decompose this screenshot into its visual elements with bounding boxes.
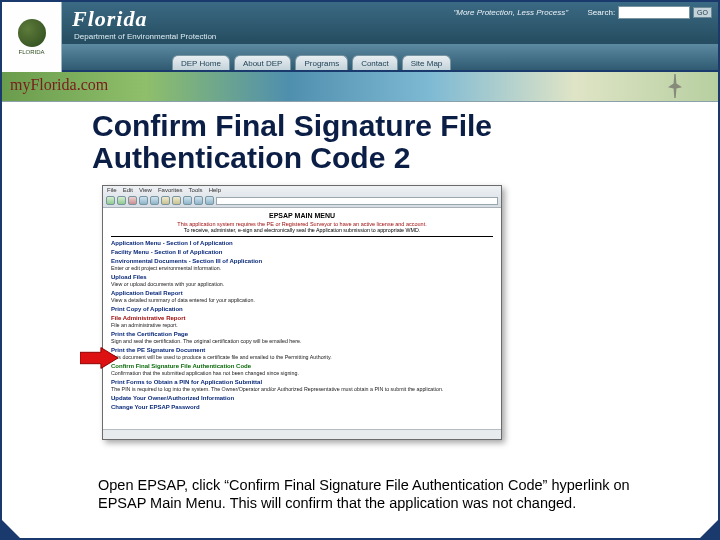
browser-toolbar — [103, 195, 501, 207]
epsap-link-desc: Sign and seal the certification. The ori… — [111, 338, 493, 344]
search-area: Search: GO — [588, 6, 712, 19]
menu-item[interactable]: File — [107, 187, 117, 194]
home-icon[interactable] — [150, 196, 159, 205]
epsap-link-desc: Enter or edit project environmental info… — [111, 265, 493, 271]
scenic-strip — [2, 72, 718, 102]
corner-ornament-icon — [2, 520, 20, 538]
epsap-link-desc: File an administrative report. — [111, 322, 493, 328]
slide-caption: Open EPSAP, click “Confirm Final Signatu… — [98, 476, 678, 512]
epsap-link[interactable]: Application Detail Report — [111, 290, 493, 296]
forward-icon[interactable] — [117, 196, 126, 205]
epsap-link-desc: View a detailed summary of data entered … — [111, 297, 493, 303]
nav-tabs: DEP Home About DEP Programs Contact Site… — [62, 44, 718, 70]
nav-tab[interactable]: About DEP — [234, 55, 292, 70]
mail-icon[interactable] — [194, 196, 203, 205]
seal-icon — [18, 19, 46, 47]
favorites-icon[interactable] — [172, 196, 181, 205]
corner-ornament-icon — [700, 520, 718, 538]
epsap-link[interactable]: Application Menu - Section I of Applicat… — [111, 240, 493, 246]
epsap-link-desc: Confirmation that the submitted applicat… — [111, 370, 493, 376]
epsap-link-desc: The PIN is required to log into the syst… — [111, 386, 493, 392]
stop-icon[interactable] — [128, 196, 137, 205]
address-bar[interactable] — [216, 197, 498, 205]
epsap-page-title: EPSAP MAIN MENU — [111, 212, 493, 219]
epsap-link[interactable]: Facility Menu - Section II of Applicatio… — [111, 249, 493, 255]
epsap-link[interactable]: Update Your Owner/Authorized Information — [111, 395, 493, 401]
nav-tab[interactable]: Contact — [352, 55, 398, 70]
callout-arrow-icon — [80, 347, 118, 369]
browser-menubar: File Edit View Favorites Tools Help — [103, 186, 501, 195]
dept-subtitle: Department of Environmental Protection — [62, 32, 718, 41]
nav-tab[interactable]: DEP Home — [172, 55, 230, 70]
slide-frame: FLORIDA Florida Department of Environmen… — [0, 0, 720, 540]
epsap-link[interactable]: File Administrative Report — [111, 315, 493, 321]
menu-item[interactable]: Tools — [189, 187, 203, 194]
epsap-link-desc: This document will be used to produce a … — [111, 354, 493, 360]
divider — [111, 236, 493, 237]
tagline: "More Protection, Less Process" — [453, 8, 568, 17]
state-seal: FLORIDA — [2, 2, 62, 72]
menu-item[interactable]: Edit — [123, 187, 133, 194]
back-icon[interactable] — [106, 196, 115, 205]
crane-icon — [668, 74, 682, 98]
banner-main: Florida Department of Environmental Prot… — [62, 2, 718, 70]
history-icon[interactable] — [183, 196, 192, 205]
browser-chrome: File Edit View Favorites Tools Help — [103, 186, 501, 208]
search-label: Search: — [588, 8, 616, 17]
browser-statusbar — [103, 429, 501, 439]
search-icon[interactable] — [161, 196, 170, 205]
epsap-link[interactable]: Change Your EPSAP Password — [111, 404, 493, 410]
print-icon[interactable] — [205, 196, 214, 205]
myflorida-logo: myFlorida.com — [10, 76, 108, 94]
menu-item[interactable]: Help — [209, 187, 221, 194]
menu-item[interactable]: Favorites — [158, 187, 183, 194]
refresh-icon[interactable] — [139, 196, 148, 205]
menu-item[interactable]: View — [139, 187, 152, 194]
epsap-link[interactable]: Upload Files — [111, 274, 493, 280]
epsap-screenshot: File Edit View Favorites Tools Help — [102, 185, 502, 440]
epsap-link[interactable]: Print the Certification Page — [111, 331, 493, 337]
epsap-link-desc: View or upload documents with your appli… — [111, 281, 493, 287]
search-input[interactable] — [618, 6, 690, 19]
slide-content: Confirm Final Signature File Authenticat… — [2, 102, 718, 450]
epsap-link[interactable]: Environmental Documents - Section III of… — [111, 258, 493, 264]
epsap-notice: To receive, administer, e-sign and elect… — [111, 227, 493, 233]
dep-banner: FLORIDA Florida Department of Environmen… — [2, 2, 718, 72]
epsap-link[interactable]: Confirm Final Signature File Authenticat… — [111, 363, 493, 369]
epsap-link[interactable]: Print Forms to Obtain a PIN for Applicat… — [111, 379, 493, 385]
go-button[interactable]: GO — [693, 7, 712, 18]
svg-marker-0 — [80, 348, 118, 369]
epsap-link[interactable]: Print Copy of Application — [111, 306, 493, 312]
nav-tab[interactable]: Site Map — [402, 55, 452, 70]
slide-title: Confirm Final Signature File Authenticat… — [92, 110, 686, 175]
epsap-page: EPSAP MAIN MENU This application system … — [103, 208, 501, 414]
nav-tab[interactable]: Programs — [295, 55, 348, 70]
epsap-sections: Application Menu - Section I of Applicat… — [111, 240, 493, 410]
seal-label: FLORIDA — [18, 49, 44, 55]
epsap-link[interactable]: Print the PE Signature Document — [111, 347, 493, 353]
